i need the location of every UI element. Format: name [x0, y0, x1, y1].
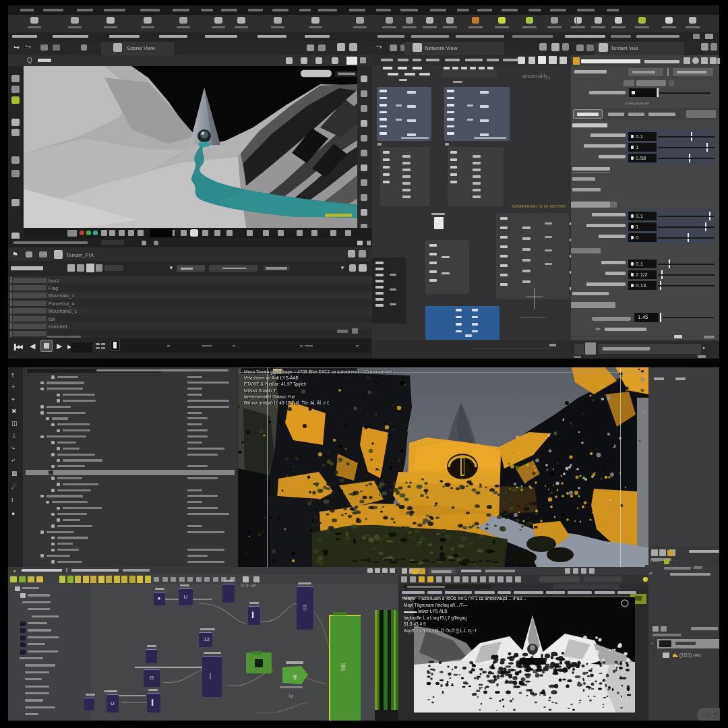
svg-text:g: g — [293, 673, 297, 679]
